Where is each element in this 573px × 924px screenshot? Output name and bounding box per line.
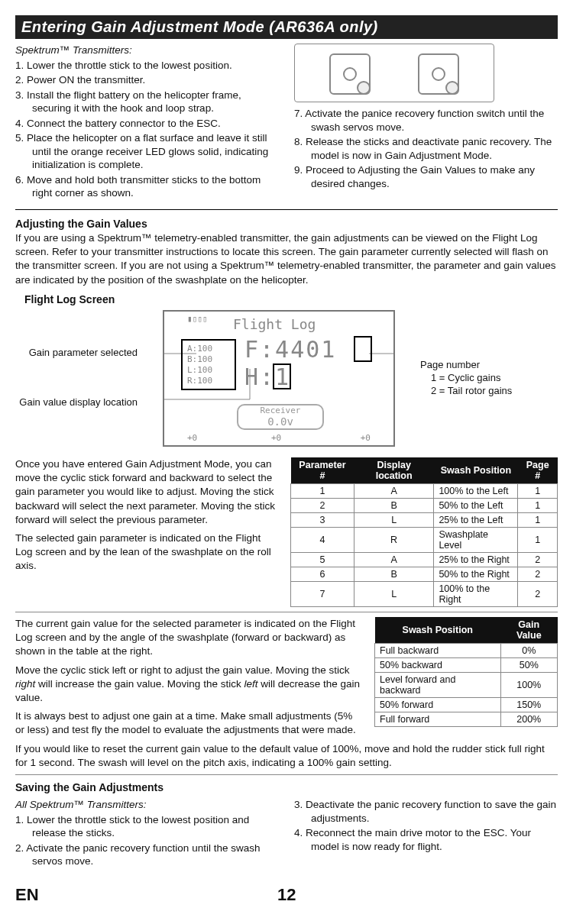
table-row: 4RSwashplate Level1 (291, 527, 558, 552)
gain-p3: It is always best to adjust one gain at … (15, 709, 362, 737)
gain-p1: The current gain value for the selected … (15, 617, 362, 659)
step: 6. Move and hold both transmitter sticks… (15, 173, 279, 200)
table-row: 5A25% to the Right2 (291, 552, 558, 567)
flightlog-header: Flight Log Screen (24, 293, 558, 305)
table-row: Level forward and backward100% (375, 672, 558, 697)
th-swash-pos: Swash Position (375, 617, 501, 644)
step: 3. Install the flight battery on the hel… (15, 89, 279, 115)
saving-header: Saving the Gain Adjustments (15, 781, 558, 793)
th-page: Page # (518, 457, 558, 484)
table-row: 7L100% to the Right2 (291, 581, 558, 606)
step: 4. Reconnect the main drive motor to the… (294, 826, 558, 853)
gain-value-table: Swash Position Gain Value Full backward0… (374, 617, 558, 727)
section1-header: Spektrum™ Transmitters: (15, 44, 279, 57)
table-row: 50% backward50% (375, 657, 558, 672)
table-row: 1A100% to the Left1 (291, 483, 558, 498)
step: 5. Place the helicopter on a flat surfac… (15, 131, 279, 172)
param-intro2: The selected gain parameter is indicated… (15, 531, 278, 573)
adjusting-text: If you are using a Spektrum™ telemetry-e… (15, 231, 558, 287)
screen-plus-r: +0 (361, 433, 371, 443)
screen-title: Flight Log (233, 316, 316, 332)
gain-p4: If you would like to reset the current g… (15, 742, 558, 770)
param-intro1: Once you have entered Gain Adjustment Mo… (15, 457, 278, 527)
footer-page: 12 (277, 885, 296, 905)
step: 1. Lower the throttle stick to the lowes… (15, 59, 279, 73)
table-row: 6B50% to the Right2 (291, 567, 558, 581)
callout-page: Page number (420, 359, 558, 370)
step: 9. Proceed to Adjusting the Gain Values … (294, 163, 558, 190)
step: 4. Connect the battery connector to the … (15, 117, 279, 131)
screen-plus: +0 (187, 433, 197, 443)
table-row: 2B50% to the Left1 (291, 498, 558, 512)
callout-page2: 2 = Tail rotor gains (420, 385, 558, 396)
th-display: Display location (354, 457, 434, 484)
adjusting-header: Adjusting the Gain Values (15, 218, 558, 230)
step: 2. Power ON the transmitter. (15, 73, 279, 87)
th-swash: Swash Position (434, 457, 518, 484)
table-row: 3L25% to the Left1 (291, 512, 558, 527)
transmitter-diagram (294, 44, 494, 102)
step: 7. Activate the panice recovery function… (294, 107, 558, 134)
table-row: Full forward200% (375, 712, 558, 726)
step: 1. Lower the throttle stick to the lowes… (15, 813, 279, 840)
screen-volts: 0.0v (267, 415, 293, 428)
callout-value: Gain value display location (15, 396, 138, 408)
th-param: Parameter # (291, 457, 354, 484)
table-row: 50% forward150% (375, 697, 558, 712)
section1-left: Spektrum™ Transmitters: 1. Lower the thr… (15, 44, 279, 202)
screen-f: F:4401 (244, 336, 336, 363)
step: 3. Deactivate the panic recovery functio… (294, 798, 558, 825)
th-gain-val: Gain Value (500, 617, 557, 644)
footer-lang: EN (15, 885, 39, 905)
step: 2. Activate the panic recovery function … (15, 842, 279, 868)
callout-page1: 1 = Cyclic gains (420, 372, 558, 383)
callout-param: Gain parameter selected (15, 347, 138, 358)
table-row: Full backward0% (375, 643, 558, 657)
parameter-table: Parameter # Display location Swash Posit… (290, 457, 558, 607)
step: 8. Release the sticks and deactivate pan… (294, 135, 558, 162)
saving-sub: All Spektrum™ Transmitters: (15, 798, 279, 812)
section1-right: 7. Activate the panice recovery function… (294, 44, 558, 202)
flight-log-screen: ▮▯▯▯ Flight Log F:4401 H:1 A:100 B:100 L… (163, 310, 395, 447)
screen-receiver: Receiver (261, 405, 301, 415)
gain-p2: Move the cyclic stick left or right to a… (15, 664, 362, 706)
screen-plus-c: +0 (271, 433, 281, 443)
page-title: Entering Gain Adjustment Mode (AR636A on… (15, 15, 558, 39)
